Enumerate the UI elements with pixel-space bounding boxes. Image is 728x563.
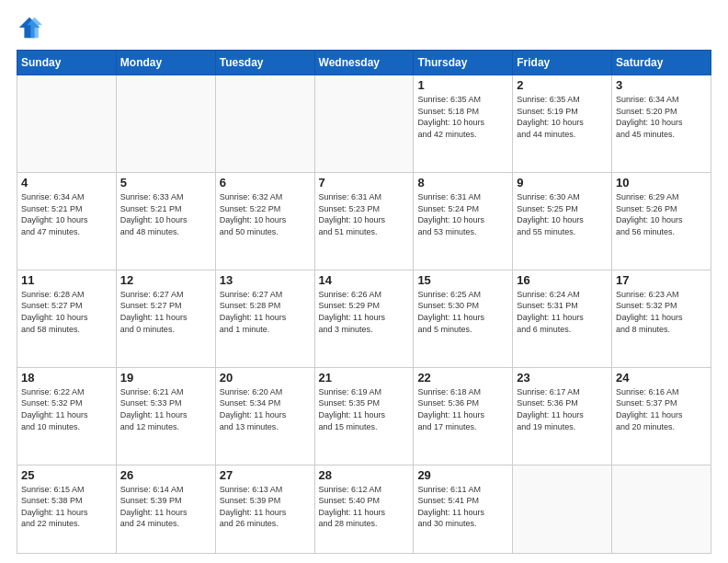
day-info: Sunrise: 6:30 AMSunset: 5:25 PMDaylight:…: [517, 191, 608, 237]
calendar-cell: 4Sunrise: 6:34 AMSunset: 5:21 PMDaylight…: [17, 172, 117, 270]
day-number: 4: [21, 176, 112, 190]
calendar-cell: 11Sunrise: 6:28 AMSunset: 5:27 PMDayligh…: [17, 270, 117, 367]
day-info: Sunrise: 6:20 AMSunset: 5:34 PMDaylight:…: [220, 386, 311, 432]
calendar-cell: [513, 465, 612, 553]
day-info: Sunrise: 6:22 AMSunset: 5:32 PMDaylight:…: [21, 386, 112, 432]
day-number: 6: [220, 176, 311, 190]
day-number: 26: [120, 468, 211, 482]
calendar-cell: 21Sunrise: 6:19 AMSunset: 5:35 PMDayligh…: [314, 367, 414, 465]
day-number: 2: [517, 78, 608, 92]
day-info: Sunrise: 6:15 AMSunset: 5:38 PMDaylight:…: [21, 484, 112, 530]
calendar-cell: [612, 465, 711, 553]
calendar-cell: 17Sunrise: 6:23 AMSunset: 5:32 PMDayligh…: [612, 270, 711, 367]
day-info: Sunrise: 6:33 AMSunset: 5:21 PMDaylight:…: [120, 191, 211, 237]
day-info: Sunrise: 6:29 AMSunset: 5:26 PMDaylight:…: [616, 191, 707, 237]
day-of-week-monday: Monday: [116, 51, 215, 75]
day-number: 18: [21, 371, 112, 385]
calendar-cell: 28Sunrise: 6:12 AMSunset: 5:40 PMDayligh…: [314, 465, 414, 553]
day-number: 22: [417, 371, 508, 385]
day-number: 12: [120, 273, 211, 287]
day-number: 1: [417, 78, 508, 92]
calendar-week-4: 25Sunrise: 6:15 AMSunset: 5:38 PMDayligh…: [17, 465, 711, 553]
day-number: 16: [517, 273, 608, 287]
day-number: 28: [319, 468, 410, 482]
calendar-week-0: 1Sunrise: 6:35 AMSunset: 5:18 PMDaylight…: [17, 75, 711, 173]
day-number: 27: [220, 468, 311, 482]
day-info: Sunrise: 6:19 AMSunset: 5:35 PMDaylight:…: [319, 386, 410, 432]
calendar: SundayMondayTuesdayWednesdayThursdayFrid…: [17, 50, 711, 554]
day-info: Sunrise: 6:34 AMSunset: 5:21 PMDaylight:…: [21, 191, 112, 237]
day-info: Sunrise: 6:27 AMSunset: 5:28 PMDaylight:…: [220, 289, 311, 335]
day-number: 17: [616, 273, 707, 287]
day-number: 10: [616, 176, 707, 190]
calendar-cell: [314, 75, 414, 173]
day-of-week-saturday: Saturday: [612, 51, 711, 75]
calendar-cell: 19Sunrise: 6:21 AMSunset: 5:33 PMDayligh…: [116, 367, 215, 465]
calendar-cell: 16Sunrise: 6:24 AMSunset: 5:31 PMDayligh…: [513, 270, 612, 367]
day-number: 7: [319, 176, 410, 190]
day-info: Sunrise: 6:11 AMSunset: 5:41 PMDaylight:…: [417, 484, 508, 530]
calendar-cell: 7Sunrise: 6:31 AMSunset: 5:23 PMDaylight…: [314, 172, 414, 270]
calendar-cell: 5Sunrise: 6:33 AMSunset: 5:21 PMDaylight…: [116, 172, 215, 270]
day-info: Sunrise: 6:24 AMSunset: 5:31 PMDaylight:…: [517, 289, 608, 335]
day-of-week-wednesday: Wednesday: [314, 51, 414, 75]
day-info: Sunrise: 6:31 AMSunset: 5:24 PMDaylight:…: [417, 191, 508, 237]
day-of-week-friday: Friday: [513, 51, 612, 75]
calendar-cell: 23Sunrise: 6:17 AMSunset: 5:36 PMDayligh…: [513, 367, 612, 465]
day-info: Sunrise: 6:32 AMSunset: 5:22 PMDaylight:…: [220, 191, 311, 237]
day-info: Sunrise: 6:18 AMSunset: 5:36 PMDaylight:…: [417, 386, 508, 432]
calendar-cell: 22Sunrise: 6:18 AMSunset: 5:36 PMDayligh…: [414, 367, 513, 465]
calendar-cell: 8Sunrise: 6:31 AMSunset: 5:24 PMDaylight…: [414, 172, 513, 270]
day-number: 9: [517, 176, 608, 190]
page: SundayMondayTuesdayWednesdayThursdayFrid…: [0, 0, 728, 563]
day-info: Sunrise: 6:14 AMSunset: 5:39 PMDaylight:…: [120, 484, 211, 530]
calendar-header-row: SundayMondayTuesdayWednesdayThursdayFrid…: [17, 51, 711, 75]
day-number: 13: [220, 273, 311, 287]
calendar-cell: 29Sunrise: 6:11 AMSunset: 5:41 PMDayligh…: [414, 465, 513, 553]
day-info: Sunrise: 6:23 AMSunset: 5:32 PMDaylight:…: [616, 289, 707, 335]
day-number: 14: [319, 273, 410, 287]
calendar-cell: 3Sunrise: 6:34 AMSunset: 5:20 PMDaylight…: [612, 75, 711, 173]
calendar-cell: 13Sunrise: 6:27 AMSunset: 5:28 PMDayligh…: [215, 270, 314, 367]
calendar-cell: 14Sunrise: 6:26 AMSunset: 5:29 PMDayligh…: [314, 270, 414, 367]
day-info: Sunrise: 6:34 AMSunset: 5:20 PMDaylight:…: [616, 94, 707, 140]
calendar-cell: 2Sunrise: 6:35 AMSunset: 5:19 PMDaylight…: [513, 75, 612, 173]
calendar-cell: 1Sunrise: 6:35 AMSunset: 5:18 PMDaylight…: [414, 75, 513, 173]
day-info: Sunrise: 6:17 AMSunset: 5:36 PMDaylight:…: [517, 386, 608, 432]
day-info: Sunrise: 6:25 AMSunset: 5:30 PMDaylight:…: [417, 289, 508, 335]
day-number: 5: [120, 176, 211, 190]
day-info: Sunrise: 6:13 AMSunset: 5:39 PMDaylight:…: [220, 484, 311, 530]
day-of-week-sunday: Sunday: [17, 51, 117, 75]
day-of-week-tuesday: Tuesday: [215, 51, 314, 75]
day-number: 23: [517, 371, 608, 385]
day-info: Sunrise: 6:31 AMSunset: 5:23 PMDaylight:…: [319, 191, 410, 237]
calendar-cell: [17, 75, 117, 173]
calendar-cell: 10Sunrise: 6:29 AMSunset: 5:26 PMDayligh…: [612, 172, 711, 270]
calendar-week-3: 18Sunrise: 6:22 AMSunset: 5:32 PMDayligh…: [17, 367, 711, 465]
calendar-cell: 24Sunrise: 6:16 AMSunset: 5:37 PMDayligh…: [612, 367, 711, 465]
calendar-cell: 26Sunrise: 6:14 AMSunset: 5:39 PMDayligh…: [116, 465, 215, 553]
day-number: 3: [616, 78, 707, 92]
calendar-cell: 9Sunrise: 6:30 AMSunset: 5:25 PMDaylight…: [513, 172, 612, 270]
calendar-cell: [215, 75, 314, 173]
day-number: 24: [616, 371, 707, 385]
day-info: Sunrise: 6:27 AMSunset: 5:27 PMDaylight:…: [120, 289, 211, 335]
header: [17, 15, 711, 40]
calendar-cell: 20Sunrise: 6:20 AMSunset: 5:34 PMDayligh…: [215, 367, 314, 465]
calendar-cell: [116, 75, 215, 173]
day-info: Sunrise: 6:35 AMSunset: 5:18 PMDaylight:…: [417, 94, 508, 140]
calendar-cell: 6Sunrise: 6:32 AMSunset: 5:22 PMDaylight…: [215, 172, 314, 270]
day-info: Sunrise: 6:35 AMSunset: 5:19 PMDaylight:…: [517, 94, 608, 140]
logo-icon: [17, 15, 42, 40]
calendar-cell: 25Sunrise: 6:15 AMSunset: 5:38 PMDayligh…: [17, 465, 117, 553]
day-number: 20: [220, 371, 311, 385]
day-number: 19: [120, 371, 211, 385]
calendar-week-1: 4Sunrise: 6:34 AMSunset: 5:21 PMDaylight…: [17, 172, 711, 270]
day-number: 11: [21, 273, 112, 287]
day-info: Sunrise: 6:26 AMSunset: 5:29 PMDaylight:…: [319, 289, 410, 335]
day-number: 25: [21, 468, 112, 482]
day-number: 29: [417, 468, 508, 482]
calendar-cell: 15Sunrise: 6:25 AMSunset: 5:30 PMDayligh…: [414, 270, 513, 367]
day-of-week-thursday: Thursday: [414, 51, 513, 75]
calendar-week-2: 11Sunrise: 6:28 AMSunset: 5:27 PMDayligh…: [17, 270, 711, 367]
